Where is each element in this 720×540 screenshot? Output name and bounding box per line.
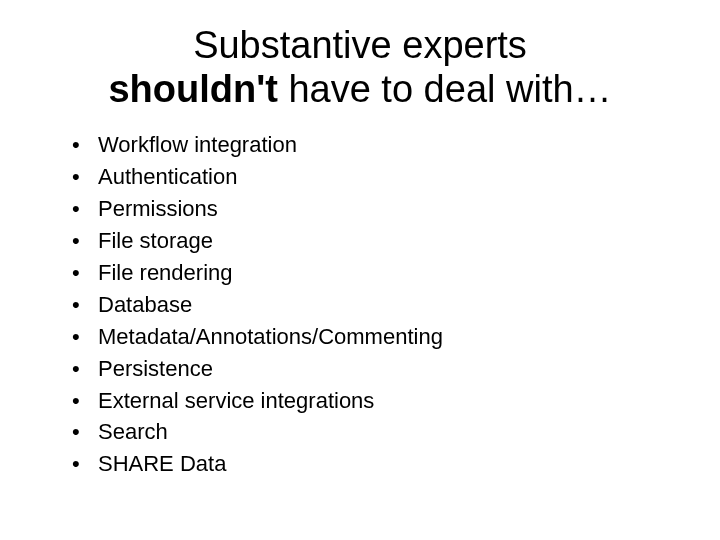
bullet-list: Workflow integration Authentication Perm… xyxy=(48,129,672,480)
slide: Substantive experts shouldn't have to de… xyxy=(0,0,720,540)
title-line-2-normal: have to deal with… xyxy=(278,68,612,110)
title-line-1: Substantive experts xyxy=(193,24,527,66)
list-item: Workflow integration xyxy=(72,129,672,161)
list-item: Search xyxy=(72,416,672,448)
list-item: File storage xyxy=(72,225,672,257)
list-item: Authentication xyxy=(72,161,672,193)
title-line-2-bold: shouldn't xyxy=(108,68,277,110)
list-item: Persistence xyxy=(72,353,672,385)
slide-title: Substantive experts shouldn't have to de… xyxy=(48,24,672,111)
list-item: Permissions xyxy=(72,193,672,225)
list-item: SHARE Data xyxy=(72,448,672,480)
list-item: External service integrations xyxy=(72,385,672,417)
list-item: Database xyxy=(72,289,672,321)
list-item: File rendering xyxy=(72,257,672,289)
list-item: Metadata/Annotations/Commenting xyxy=(72,321,672,353)
